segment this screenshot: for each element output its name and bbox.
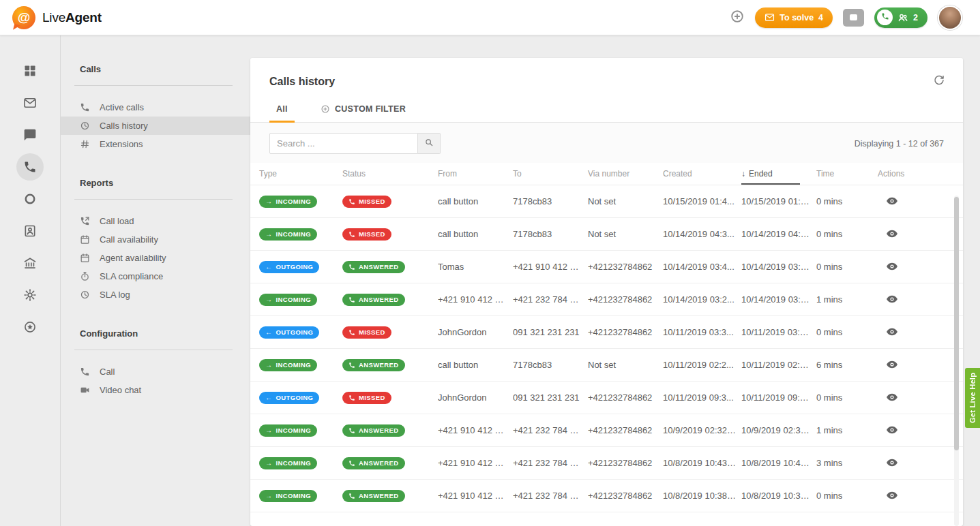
cell-type: →INCOMING: [259, 457, 342, 469]
type-badge: →INCOMING: [259, 424, 317, 437]
calls-icon: [23, 160, 37, 174]
status-badge: ANSWERED: [342, 457, 405, 469]
cell-via-number: +421232784862: [588, 392, 663, 403]
column-header-actions[interactable]: Actions: [878, 163, 951, 185]
calendar-icon: [80, 253, 91, 263]
column-header-from[interactable]: From: [438, 163, 513, 185]
rail-item-settings[interactable]: [16, 281, 44, 309]
sidebar: CallsActive callsCalls historyExtensions…: [61, 35, 250, 526]
cell-to: 7178cb83: [513, 229, 588, 239]
view-call-button[interactable]: [880, 390, 898, 405]
cell-from: +421 910 412 090: [438, 458, 513, 468]
view-call-button[interactable]: [880, 259, 898, 275]
cell-time: 0 mins: [816, 262, 878, 272]
rail-item-billing[interactable]: [16, 249, 44, 277]
column-header-status[interactable]: Status: [342, 163, 438, 185]
table-row: ←OUTGOINGMISSEDJohnGordon091 321 231 231…: [250, 316, 963, 349]
sidebar-item-call-load[interactable]: Call load: [61, 212, 250, 230]
sidebar-item-video-chat[interactable]: Video chat: [61, 381, 250, 399]
search-button[interactable]: [418, 133, 441, 154]
cell-actions: [878, 422, 951, 438]
rail-item-dashboard[interactable]: [16, 57, 44, 84]
to-solve-button[interactable]: To solve 4: [755, 7, 833, 28]
sidebar-item-sla-compliance[interactable]: SLA compliance: [61, 267, 250, 285]
sidebar-section-configuration: Configuration: [61, 328, 250, 339]
rail-item-contacts[interactable]: [16, 217, 44, 245]
rail-item-tickets[interactable]: [16, 89, 44, 117]
view-call-button[interactable]: [880, 488, 898, 504]
available-calls-button[interactable]: 2: [874, 7, 927, 28]
dashboard-icon: [23, 64, 37, 78]
column-header-ended[interactable]: ↓Ended: [741, 163, 816, 185]
to-solve-label: To solve: [779, 13, 814, 22]
sidebar-item-sla-log[interactable]: SLA log: [61, 285, 250, 304]
view-call-button[interactable]: [880, 194, 898, 209]
rail-item-calls[interactable]: [16, 153, 44, 181]
view-call-button[interactable]: [880, 226, 898, 242]
table-row: →INCOMINGANSWERED+421 910 412 090+421 23…: [250, 283, 963, 316]
status-badge: ANSWERED: [342, 424, 405, 437]
cell-status: MISSED: [342, 326, 438, 339]
type-badge: →INCOMING: [259, 294, 317, 306]
direction-arrow-icon: ←: [265, 264, 272, 270]
tab-all-label: All: [276, 104, 288, 114]
cell-status: ANSWERED: [342, 424, 438, 437]
sidebar-item-agent-availability[interactable]: Agent availability: [61, 249, 250, 267]
scrollbar-thumb[interactable]: [954, 197, 959, 450]
sidebar-item-call[interactable]: Call: [61, 362, 250, 381]
tab-custom-filter[interactable]: CUSTOM FILTER: [304, 95, 422, 122]
table-row: →INCOMINGANSWEREDcall button7178cb83Not …: [250, 349, 963, 382]
column-header-time[interactable]: Time: [816, 163, 878, 185]
refresh-button[interactable]: [933, 74, 945, 89]
add-new-button[interactable]: [730, 9, 745, 26]
envelope-icon: [764, 12, 775, 22]
cell-created: 10/14/2019 03:4...: [663, 262, 741, 272]
sidebar-item-calls-history[interactable]: Calls history: [61, 117, 250, 135]
sidebar-item-label: Call load: [100, 216, 134, 226]
cell-via-number: +421232784862: [588, 491, 663, 501]
type-badge: →INCOMING: [259, 228, 317, 241]
table-body: →INCOMINGMISSEDcall button7178cb83Not se…: [250, 185, 963, 526]
rail-item-automation[interactable]: [16, 185, 44, 213]
column-header-to[interactable]: To: [513, 163, 588, 185]
sidebar-item-extensions[interactable]: Extensions: [61, 135, 250, 153]
settings-icon: [23, 288, 37, 302]
user-avatar[interactable]: [938, 5, 962, 30]
view-call-button[interactable]: [880, 324, 898, 340]
type-badge: ←OUTGOING: [259, 326, 319, 339]
view-call-button[interactable]: [880, 422, 898, 438]
search-input[interactable]: [269, 133, 418, 154]
cell-type: ←OUTGOING: [259, 261, 342, 273]
agent-status-button[interactable]: [843, 9, 864, 27]
topbar: @ LiveAgent To solve 4 2: [0, 0, 980, 35]
cell-to: +421 910 412 090: [513, 262, 588, 272]
cell-status: ANSWERED: [342, 261, 438, 273]
clock-history-icon: [80, 121, 91, 131]
direction-arrow-icon: →: [265, 231, 272, 238]
tab-all[interactable]: All: [260, 95, 304, 122]
phone-icon: [348, 264, 355, 270]
cell-time: 3 mins: [816, 458, 878, 468]
rail-item-upgrade[interactable]: [16, 313, 44, 341]
sidebar-item-label: SLA compliance: [100, 271, 163, 281]
sidebar-item-active-calls[interactable]: Active calls: [61, 98, 250, 117]
column-header-created[interactable]: Created: [663, 163, 741, 185]
cell-from: JohnGordon: [438, 392, 513, 403]
column-header-type[interactable]: Type: [259, 163, 342, 185]
phone-icon: [348, 362, 355, 369]
get-live-help-tab[interactable]: Get Live Help: [965, 368, 980, 428]
cell-via-number: +421232784862: [588, 294, 663, 305]
cell-to: +421 232 784 862: [513, 294, 588, 305]
view-call-button[interactable]: [880, 292, 898, 307]
rail-item-chats[interactable]: [16, 121, 44, 149]
table-row: →INCOMINGANSWERED+421 910 412 090+421 23…: [250, 447, 963, 480]
cell-status: ANSWERED: [342, 457, 438, 469]
cell-from: +421 910 412 090: [438, 294, 513, 305]
phone-icon: [877, 10, 893, 25]
column-header-via-number[interactable]: Via number: [588, 163, 663, 185]
view-call-button[interactable]: [880, 455, 898, 471]
view-call-button[interactable]: [880, 357, 898, 373]
sidebar-item-call-availability[interactable]: Call availability: [61, 230, 250, 249]
cell-created: 10/11/2019 09:3...: [663, 392, 741, 403]
direction-arrow-icon: ←: [265, 394, 272, 401]
